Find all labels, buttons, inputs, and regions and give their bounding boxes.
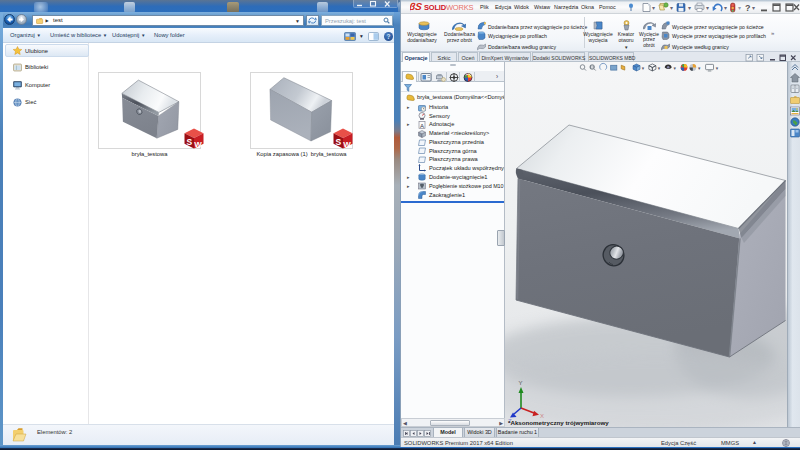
svg-text:▾: ▾ — [652, 5, 655, 11]
svg-text:S: S — [187, 137, 193, 147]
svg-text:βS: βS — [410, 2, 423, 13]
svg-text:▾: ▾ — [738, 5, 741, 11]
svg-text:▾: ▾ — [670, 5, 673, 11]
svg-text:Y: Y — [519, 380, 523, 386]
svg-text:▾: ▾ — [658, 66, 661, 71]
svg-text:▾: ▾ — [752, 5, 755, 11]
svg-text:▾: ▾ — [688, 5, 691, 11]
svg-text:A: A — [420, 122, 424, 128]
svg-text:S: S — [336, 137, 342, 147]
svg-text:W: W — [194, 140, 202, 149]
svg-text:▾: ▾ — [698, 66, 701, 71]
svg-text:▾: ▾ — [724, 5, 727, 11]
svg-text:SOLIDWORKS: SOLIDWORKS — [424, 3, 473, 12]
svg-text:?: ? — [745, 3, 751, 13]
svg-text:▾: ▾ — [716, 66, 719, 71]
svg-text:▾: ▾ — [642, 66, 645, 71]
svg-text:▾: ▾ — [673, 66, 676, 71]
svg-text:W: W — [343, 140, 351, 149]
svg-text:▾: ▾ — [706, 5, 709, 11]
